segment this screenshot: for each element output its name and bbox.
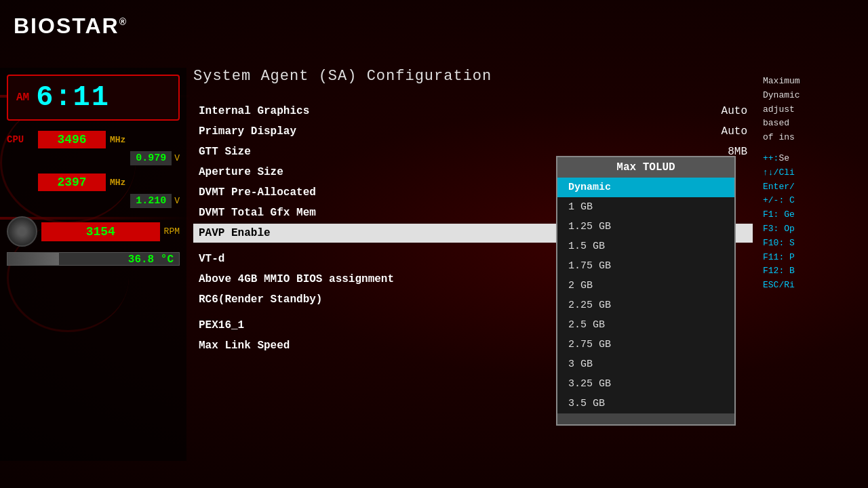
- menu-row-1[interactable]: Primary DisplayAuto: [193, 122, 753, 141]
- fan-icon: [7, 216, 37, 247]
- fan-rpm-value: 3154: [41, 222, 160, 241]
- fan-rpm-row: 3154 RPM: [7, 216, 180, 247]
- dropdown-option-0[interactable]: Dynamic: [557, 178, 734, 197]
- temperature-value: 36.8 °C: [128, 253, 174, 266]
- clock-ampm: AM: [16, 92, 29, 104]
- clock-display: AM 6:11: [7, 75, 180, 121]
- dropdown-option-6[interactable]: 2.25 GB: [557, 296, 734, 315]
- dropdown-scrollbar: [557, 413, 734, 424]
- help-desc-line: based: [763, 117, 861, 131]
- help-key-line: F10: S: [763, 237, 861, 251]
- cpu-label: CPU: [7, 134, 34, 145]
- help-key-line: +/-: C: [763, 194, 861, 208]
- mem-voltage-unit: V: [174, 196, 180, 206]
- help-key-line: ↑↓/Cli: [763, 166, 861, 180]
- cpu-freq-value: 3496: [38, 131, 106, 148]
- logo-text: BIOSTAR®: [14, 14, 127, 39]
- temp-number: 36.8: [128, 253, 154, 266]
- cpu-voltage-unit: V: [174, 153, 180, 163]
- page-title: System Agent (SA) Configuration: [193, 68, 753, 85]
- biostar-logo: BIOSTAR®: [14, 14, 127, 39]
- menu-label-8: Above 4GB MMIO BIOS assignment: [199, 273, 394, 285]
- menu-label-0: Internal Graphics: [199, 105, 309, 117]
- fan-rpm-unit: RPM: [164, 226, 180, 237]
- logo-registered: ®: [119, 16, 127, 27]
- dropdown-option-7[interactable]: 2.5 GB: [557, 315, 734, 335]
- mem-voltage-value: 1.210: [130, 194, 172, 208]
- temp-unit: °C: [161, 253, 174, 266]
- dropdown-option-3[interactable]: 1.5 GB: [557, 237, 734, 256]
- mem-freq-value: 2397: [38, 174, 106, 191]
- menu-label-2: GTT Size: [199, 146, 251, 158]
- menu-label-3: Aperture Size: [199, 166, 283, 178]
- mem-freq-row: 2397 MHz: [7, 174, 180, 191]
- menu-row-0[interactable]: Internal GraphicsAuto: [193, 102, 753, 121]
- mem-voltage-row: 1.210 V: [7, 194, 180, 208]
- max-tolud-dropdown[interactable]: Max TOLUDDynamic1 GB1.25 GB1.5 GB1.75 GB…: [556, 156, 736, 426]
- menu-label-7: VT-d: [199, 253, 224, 265]
- menu-value-0: Auto: [722, 105, 747, 117]
- help-key-line: ++:Se: [763, 152, 861, 166]
- menu-label-9: RC6(Render Standby): [199, 293, 322, 306]
- cpu-freq-row: CPU 3496 MHz: [7, 131, 180, 148]
- help-key-line: Enter/: [763, 180, 861, 195]
- help-key-line: F1: Ge: [763, 208, 861, 222]
- cpu-stat-section: CPU 3496 MHz 0.979 V: [7, 131, 180, 165]
- cpu-voltage-value: 0.979: [130, 151, 172, 165]
- mem-stat-section: 2397 MHz 1.210 V: [7, 174, 180, 208]
- dropdown-option-2[interactable]: 1.25 GB: [557, 217, 734, 237]
- help-key-line: F11: P: [763, 251, 861, 265]
- right-help-panel: MaximumDynamicadjustbasedof ins++:Se↑↓/C…: [756, 68, 868, 300]
- help-desc-line: of ins: [763, 131, 861, 145]
- help-desc-line: adjust: [763, 103, 861, 117]
- mem-freq-unit: MHz: [110, 178, 134, 188]
- menu-label-6: PAVP Enable: [199, 227, 271, 239]
- menu-label-4: DVMT Pre-Allocated: [199, 186, 316, 199]
- help-key-line: F12: B: [763, 264, 861, 279]
- help-desc-line: Dynamic: [763, 89, 861, 103]
- menu-label-5: DVMT Total Gfx Mem: [199, 207, 316, 219]
- logo-brand: BIOSTAR: [14, 14, 119, 38]
- cpu-freq-unit: MHz: [110, 135, 134, 145]
- dropdown-option-11[interactable]: 3.5 GB: [557, 394, 734, 413]
- help-text: MaximumDynamicadjustbasedof ins++:Se↑↓/C…: [763, 75, 861, 293]
- left-system-panel: AM 6:11 CPU 3496 MHz 0.979 V 2397 MHz 1.…: [0, 68, 186, 461]
- menu-label-1: Primary Display: [199, 125, 296, 138]
- menu-label-10: PEX16_1: [199, 319, 244, 331]
- help-desc-line: Maximum: [763, 75, 861, 89]
- dropdown-option-10[interactable]: 3.25 GB: [557, 374, 734, 394]
- temp-bar-fill: [7, 253, 59, 265]
- dropdown-option-8[interactable]: 2.75 GB: [557, 335, 734, 354]
- dropdown-option-9[interactable]: 3 GB: [557, 354, 734, 374]
- dropdown-option-1[interactable]: 1 GB: [557, 197, 734, 217]
- cpu-voltage-row: 0.979 V: [7, 151, 180, 165]
- menu-label-11: Max Link Speed: [199, 340, 290, 352]
- dropdown-title: Max TOLUD: [557, 157, 734, 178]
- temperature-bar: 36.8 °C: [7, 252, 180, 266]
- help-key-line: F3: Op: [763, 222, 861, 237]
- dropdown-option-5[interactable]: 2 GB: [557, 276, 734, 296]
- menu-value-1: Auto: [722, 125, 747, 138]
- dropdown-option-4[interactable]: 1.75 GB: [557, 256, 734, 276]
- help-key-line: ESC/Ri: [763, 279, 861, 293]
- clock-time: 6:11: [36, 81, 110, 114]
